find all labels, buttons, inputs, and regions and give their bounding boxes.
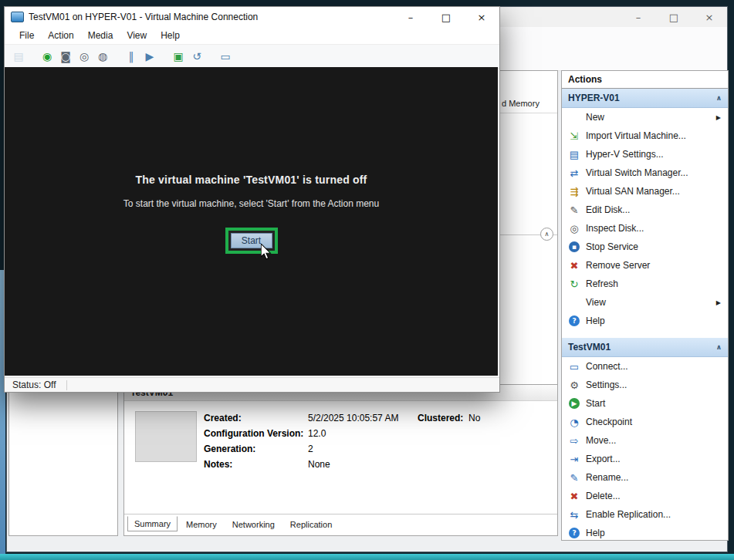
vm-close-button[interactable]: ×: [464, 7, 499, 27]
field-value: None: [308, 459, 330, 470]
action-label: Checkpoint: [586, 417, 632, 427]
actions-group-header-testvm01[interactable]: TestVM01∧: [562, 338, 728, 357]
manager-close-button[interactable]: ×: [692, 7, 727, 27]
start-icon: ▶: [569, 398, 580, 409]
remove-server-icon: ✖: [568, 259, 580, 272]
hyperv-settings-icon: ▤: [568, 148, 580, 160]
toolbar-turn-off-icon[interactable]: ◙: [56, 48, 75, 65]
action-rename[interactable]: ✎Rename...: [562, 468, 728, 487]
detail-field-generation: Generation:2: [204, 444, 398, 459]
action-label: View: [586, 297, 606, 308]
action-delete[interactable]: ✖Delete...: [562, 487, 728, 505]
action-label: Virtual SAN Manager...: [586, 186, 680, 197]
actions-group-title: TestVM01: [568, 342, 611, 353]
toolbar-checkpoint-icon[interactable]: ▣: [169, 48, 188, 65]
action-enable-replication[interactable]: ⇆Enable Replication...: [562, 505, 728, 524]
actions-groups: HYPER-V01∧New▶⇲Import Virtual Machine...…: [562, 89, 728, 541]
action-remove-server[interactable]: ✖Remove Server: [562, 256, 728, 275]
vm-toolbar: ▤◉◙◎◍‖▶▣↺▭: [5, 44, 499, 69]
tab-summary[interactable]: Summary: [127, 516, 178, 531]
vm-screen-viewport: The virtual machine 'TestVM01' is turned…: [5, 67, 498, 376]
action-new[interactable]: New▶: [562, 108, 728, 127]
action-label: Help: [586, 528, 605, 538]
virtual-switch-icon: ⇄: [568, 167, 580, 179]
action-inspect-disk[interactable]: ◎Inspect Disk...: [562, 219, 728, 238]
submenu-arrow-icon: ▶: [716, 299, 721, 306]
action-export[interactable]: ⇥Export...: [562, 450, 728, 468]
menu-media[interactable]: Media: [81, 30, 120, 41]
action-label: Hyper-V Settings...: [586, 149, 664, 160]
action-help[interactable]: ?Help: [562, 312, 728, 330]
stop-service-icon: ▪: [569, 241, 580, 252]
action-stop-service[interactable]: ▪Stop Service: [562, 238, 728, 256]
action-import-virtual-machine[interactable]: ⇲Import Virtual Machine...: [562, 127, 728, 145]
collapse-chevron-icon[interactable]: ∧: [716, 94, 722, 102]
assigned-memory-column-header[interactable]: d Memory: [502, 99, 540, 108]
action-virtual-switch-manager[interactable]: ⇄Virtual Switch Manager...: [562, 164, 728, 182]
action-checkpoint[interactable]: ◔Checkpoint: [562, 413, 728, 431]
action-label: Stop Service: [586, 241, 638, 252]
action-label: Export...: [586, 454, 621, 464]
refresh-icon: ↻: [568, 278, 580, 290]
action-hyper-v-settings[interactable]: ▤Hyper-V Settings...: [562, 145, 728, 164]
vm-details-pane: TestVM01 Created:5/2/2025 10:05:57 AMCon…: [123, 384, 558, 536]
action-help[interactable]: ?Help: [562, 524, 728, 541]
vm-connection-window: TestVM01 on HYPER-V01 - Virtual Machine …: [4, 6, 500, 393]
menu-view[interactable]: View: [120, 30, 154, 41]
action-move[interactable]: ⇨Move...: [562, 431, 728, 450]
move-icon: ⇨: [568, 434, 580, 447]
action-label: Start: [586, 398, 605, 409]
import-vm-icon: ⇲: [568, 130, 580, 142]
toolbar-start-icon[interactable]: ◉: [38, 48, 56, 65]
menu-help[interactable]: Help: [154, 30, 187, 41]
checkpoints-collapse-button[interactable]: ∧: [540, 228, 553, 241]
manager-maximize-button[interactable]: □: [656, 7, 692, 27]
help-icon: ?: [569, 528, 580, 538]
enable-replication-icon: ⇆: [568, 508, 580, 521]
inspect-disk-icon: ◎: [568, 222, 580, 234]
icon-placeholder: [568, 111, 580, 123]
vm-window-controls: – □ ×: [393, 7, 499, 27]
detail-field-notes: Notes:None: [204, 459, 398, 474]
connect-icon: ▭: [568, 360, 580, 373]
vm-maximize-button[interactable]: □: [428, 7, 464, 27]
tab-replication[interactable]: Replication: [283, 517, 339, 531]
manager-minimize-button[interactable]: –: [621, 7, 656, 27]
actions-group-title: HYPER-V01: [568, 93, 620, 103]
field-value: 2: [308, 444, 313, 454]
action-refresh[interactable]: ↻Refresh: [562, 275, 728, 293]
toolbar-shut-down-icon[interactable]: ◎: [75, 48, 93, 65]
toolbar-revert-icon[interactable]: ↺: [188, 48, 206, 65]
toolbar-ctrl-alt-del-icon[interactable]: ▤: [9, 48, 28, 65]
action-virtual-san-manager[interactable]: ⇶Virtual SAN Manager...: [562, 182, 728, 201]
action-label: Move...: [586, 435, 616, 446]
action-label: Connect...: [586, 361, 628, 372]
field-label: Generation:: [204, 444, 308, 454]
toolbar-save-icon[interactable]: ◍: [93, 48, 112, 65]
action-connect[interactable]: ▭Connect...: [562, 357, 728, 376]
field-label: Created:: [204, 413, 308, 423]
action-label: Enable Replication...: [586, 509, 671, 520]
menu-action[interactable]: Action: [41, 30, 80, 41]
action-settings[interactable]: ⚙Settings...: [562, 376, 728, 394]
collapse-chevron-icon[interactable]: ∧: [716, 343, 722, 351]
menu-file[interactable]: File: [12, 30, 41, 41]
details-tab-strip: SummaryMemoryNetworkingReplication: [127, 517, 339, 531]
toolbar-pause-icon[interactable]: ‖: [122, 48, 140, 65]
tabs-divider: [124, 514, 557, 514]
detail-field-configuration-version: Configuration Version:12.0: [204, 428, 398, 444]
statusbar-divider: [66, 380, 67, 390]
tab-memory[interactable]: Memory: [179, 517, 224, 531]
tab-networking[interactable]: Networking: [225, 517, 282, 531]
action-view[interactable]: View▶: [562, 293, 728, 312]
action-label: Inspect Disk...: [586, 223, 644, 234]
action-label: Import Virtual Machine...: [586, 130, 686, 141]
toolbar-enhanced-session-icon[interactable]: ▭: [216, 48, 235, 65]
action-edit-disk[interactable]: ✎Edit Disk...: [562, 201, 728, 219]
action-start[interactable]: ▶Start: [562, 394, 728, 413]
vm-minimize-button[interactable]: –: [393, 7, 428, 27]
action-label: Settings...: [586, 380, 627, 390]
virtual-san-icon: ⇶: [568, 185, 580, 197]
actions-group-header-hyper-v01[interactable]: HYPER-V01∧: [562, 89, 728, 108]
toolbar-step-icon[interactable]: ▶: [140, 48, 159, 65]
